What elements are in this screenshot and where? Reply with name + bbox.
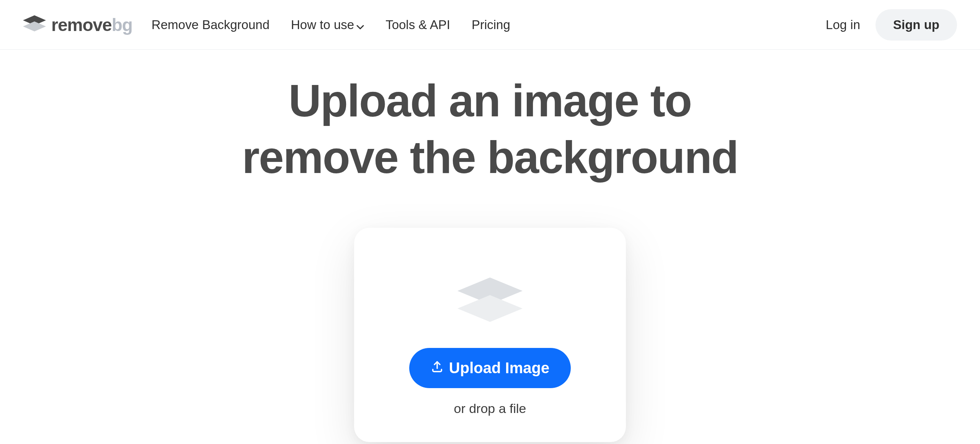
chevron-down-icon: [356, 18, 364, 33]
signup-button[interactable]: Sign up: [875, 9, 957, 41]
nav-label: Remove Background: [152, 18, 270, 32]
layers-icon: [457, 278, 523, 325]
nav-pricing[interactable]: Pricing: [472, 18, 510, 32]
nav-label: Tools & API: [385, 18, 450, 32]
logo[interactable]: removebg: [23, 15, 132, 35]
page-title: Upload an image to remove the background: [0, 73, 980, 186]
navbar: removebg Remove Background How to use To…: [0, 0, 980, 50]
svg-marker-1: [23, 21, 46, 31]
upload-area: Upload Image or drop a file: [0, 228, 980, 442]
upload-button-label: Upload Image: [449, 359, 549, 377]
upload-image-button[interactable]: Upload Image: [409, 348, 571, 388]
logo-icon: [23, 15, 46, 34]
svg-marker-3: [457, 295, 523, 322]
hero: Upload an image to remove the background: [0, 50, 980, 186]
logo-word1: remove: [51, 15, 112, 35]
nav-how-to-use[interactable]: How to use: [291, 17, 364, 33]
upload-icon: [431, 359, 444, 377]
title-line2: remove the background: [242, 132, 738, 183]
nav-links: Remove Background How to use Tools & API…: [152, 17, 826, 33]
logo-word2: bg: [112, 15, 132, 35]
nav-tools-api[interactable]: Tools & API: [385, 18, 450, 32]
logo-text: removebg: [51, 15, 132, 35]
upload-card[interactable]: Upload Image or drop a file: [354, 228, 626, 442]
nav-label: How to use: [291, 18, 354, 32]
drop-hint: or drop a file: [454, 401, 526, 416]
login-link[interactable]: Log in: [826, 18, 860, 32]
nav-remove-background[interactable]: Remove Background: [152, 18, 270, 32]
nav-right: Log in Sign up: [826, 9, 957, 41]
title-line1: Upload an image to: [289, 75, 691, 126]
nav-label: Pricing: [472, 18, 510, 32]
